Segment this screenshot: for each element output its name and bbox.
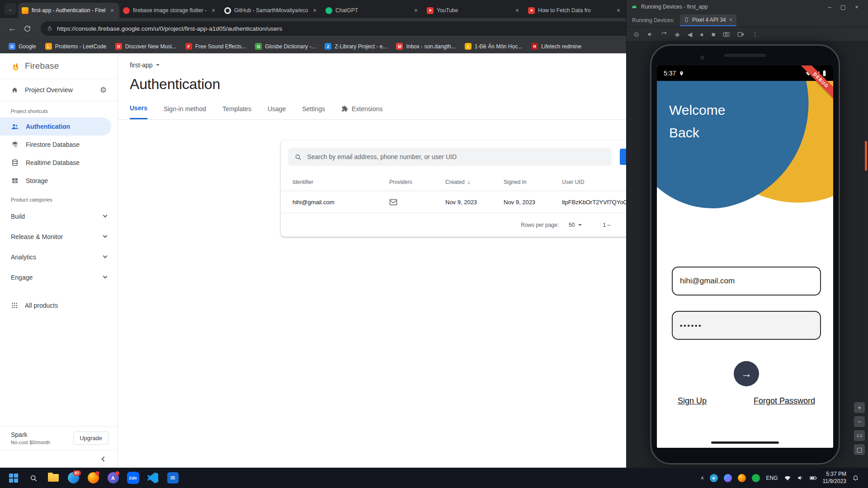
firefox-tray-icon[interactable] [738, 474, 746, 482]
browser-tab-firebase-auth[interactable]: first-app - Authentication - Fireb × [18, 3, 119, 18]
fit-screen-button[interactable]: ▢ [854, 444, 865, 455]
shortcuts-section-label: Project shortcuts [0, 101, 118, 117]
notification-bell-icon[interactable] [852, 474, 859, 481]
app-button[interactable]: A [103, 469, 123, 487]
vscode-button[interactable] [143, 469, 163, 487]
gear-icon[interactable]: ⚙ [100, 85, 107, 95]
tab-settings[interactable]: Settings [302, 104, 325, 119]
column-identifier[interactable]: Identifier [292, 179, 389, 185]
user-search[interactable] [288, 148, 612, 166]
rotate-icon[interactable] [661, 31, 667, 38]
bookmark-inbox[interactable]: MInbox - son.dangth... [392, 41, 459, 52]
browser-tab-github[interactable]: GitHub - SamarthMovaliya/ecom × [221, 3, 322, 18]
browser-tab-chatgpt[interactable]: ChatGPT × [322, 3, 423, 18]
sidebar-item-realtime-database[interactable]: Realtime Database [0, 154, 111, 172]
maximize-icon[interactable]: ▢ [836, 4, 850, 10]
browser-tab-youtube[interactable]: YouTube × [423, 3, 524, 18]
sidebar-item-project-overview[interactable]: Project Overview ⚙ [0, 79, 118, 101]
email-field[interactable]: hihi@gmail.com [672, 267, 821, 296]
device-tab-pixel4[interactable]: Pixel 4 API 34 × [680, 14, 736, 26]
tab-extensions[interactable]: Extensions [341, 104, 382, 119]
wifi-icon[interactable] [784, 475, 791, 481]
zalo-button[interactable]: Zalo [123, 469, 143, 487]
sidebar-item-firestore[interactable]: Firestore Database [0, 136, 111, 154]
tab-usage[interactable]: Usage [268, 104, 286, 119]
bookmark-music[interactable]: DDiscover New Musi... [111, 41, 180, 52]
grab-icon[interactable] [752, 474, 760, 482]
tab-sign-in-method[interactable]: Sign-in method [164, 104, 206, 119]
sidebar-category-build[interactable]: Build [0, 206, 118, 226]
browser-tab-firebase-storage[interactable]: firebase image storage flutter - × [119, 3, 221, 18]
home-icon[interactable]: ● [700, 31, 703, 38]
browser-tab-youtube-2[interactable]: How to Fetch Data fro × [524, 3, 626, 18]
back-icon[interactable]: ◀ [688, 31, 693, 38]
hidden-icons-chevron[interactable]: ∧ [700, 475, 704, 481]
taskbar-search-button[interactable] [24, 469, 43, 487]
reload-button[interactable] [24, 25, 35, 33]
bookmark-label: Lifetech redmine [541, 43, 581, 50]
tab-close-icon[interactable]: × [514, 7, 521, 14]
minimize-icon[interactable]: – [823, 4, 836, 10]
tab-close-icon[interactable]: × [311, 7, 318, 14]
tab-templates[interactable]: Templates [222, 104, 251, 119]
tab-close-icon[interactable]: × [729, 17, 732, 23]
bookmark-redmine[interactable]: RLifetech redmine [527, 41, 585, 52]
chevron-down-icon [103, 234, 108, 238]
sidebar-collapse-button[interactable] [0, 450, 118, 468]
close-icon[interactable]: × [850, 4, 863, 10]
volume-icon[interactable] [797, 474, 804, 481]
messenger-icon[interactable] [724, 474, 732, 482]
battery-icon[interactable] [810, 476, 817, 480]
start-button[interactable] [4, 469, 24, 487]
emulator-title-bar[interactable]: Running Devices - first_app – ▢ × [627, 0, 868, 14]
password-field[interactable]: •••••• [672, 311, 821, 340]
firefox-button[interactable] [83, 469, 103, 487]
screen-record-icon[interactable] [737, 32, 744, 37]
bookmark-favicon: 1 [465, 43, 472, 50]
camera-icon[interactable] [723, 31, 730, 37]
taskbar-clock[interactable]: 5:37 PM 11/9/2023 [823, 471, 847, 485]
tab-search-icon[interactable]: ⌄ [5, 3, 16, 15]
sign-up-link[interactable]: Sign Up [678, 396, 707, 406]
mail-button[interactable]: ✉ [163, 469, 183, 487]
tab-close-icon[interactable]: × [615, 7, 622, 14]
user-search-input[interactable] [307, 153, 605, 160]
sidebar-category-release-monitor[interactable]: Release & Monitor [0, 226, 118, 247]
rows-per-page-select[interactable]: 50 [569, 222, 582, 228]
bookmark-zlibrary[interactable]: ZZ-Library Project - e... [321, 41, 391, 52]
column-providers[interactable]: Providers [389, 179, 445, 185]
bookmark-leetcode[interactable]: LProblems - LeetCode [41, 41, 110, 52]
language-indicator[interactable]: ENG [766, 475, 778, 481]
edge-browser-button[interactable]: 87 [63, 469, 83, 487]
firebase-logo[interactable]: Firebase [0, 53, 118, 79]
volume-icon[interactable] [647, 31, 653, 38]
file-explorer-button[interactable] [43, 469, 63, 487]
bookmark-sound-effects[interactable]: FFree Sound Effects... [181, 41, 250, 52]
bookmark-glosbe[interactable]: GGlosbe Dictionary -... [251, 41, 320, 52]
back-button[interactable]: ← [6, 23, 18, 33]
power-icon[interactable]: ⊙ [634, 31, 639, 38]
bookmark-google[interactable]: GGoogle [5, 41, 40, 52]
sidebar-item-storage[interactable]: Storage [0, 172, 111, 190]
tab-close-icon[interactable]: × [210, 7, 217, 14]
sidebar-category-engage[interactable]: Engage [0, 267, 118, 287]
sidebar-category-analytics[interactable]: Analytics [0, 247, 118, 267]
overview-icon[interactable]: ■ [712, 31, 715, 38]
bookmark-de-an[interactable]: 11-Đề Án Môn Học... [461, 41, 526, 52]
upgrade-button[interactable]: Upgrade [73, 432, 108, 445]
column-created[interactable]: Created↓ [445, 178, 504, 185]
column-signed-in[interactable]: Signed In [504, 179, 562, 185]
sidebar-item-all-products[interactable]: All products [0, 296, 118, 315]
login-button[interactable]: → [734, 361, 759, 386]
more-icon[interactable]: ⋮ [752, 31, 758, 38]
actual-size-button[interactable]: 1:1 [854, 430, 865, 441]
tab-close-icon[interactable]: × [412, 7, 420, 14]
forgot-password-link[interactable]: Forgot Password [754, 396, 815, 406]
zoom-out-button[interactable]: − [854, 416, 865, 427]
telegram-icon[interactable]: ▶ [710, 474, 718, 482]
fold-icon[interactable]: ◈ [675, 31, 680, 38]
tab-users[interactable]: Users [130, 104, 147, 119]
zoom-in-button[interactable]: + [854, 402, 865, 413]
tab-close-icon[interactable]: × [108, 7, 116, 14]
sidebar-item-authentication[interactable]: Authentication [0, 117, 111, 136]
